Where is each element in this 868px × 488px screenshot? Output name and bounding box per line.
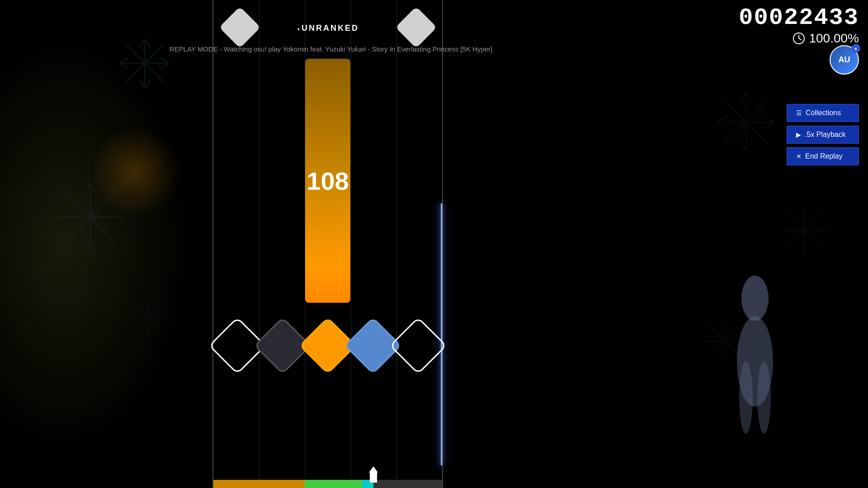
score-number: 00022433 bbox=[739, 5, 859, 31]
replay-text-content: REPLAY MODE - Watching osu! play Yokomin… bbox=[170, 45, 493, 53]
snowflake-icon bbox=[118, 36, 172, 92]
bottom-keys-row bbox=[213, 325, 442, 366]
progress-remaining bbox=[373, 480, 442, 488]
progress-marker bbox=[370, 473, 377, 483]
playback-icon: ▶ bbox=[796, 131, 801, 138]
svg-point-49 bbox=[741, 276, 769, 321]
svg-point-52 bbox=[757, 361, 771, 434]
svg-line-33 bbox=[717, 122, 727, 128]
lane-separator bbox=[259, 0, 259, 488]
snowflake-icon bbox=[54, 181, 127, 255]
playback-button[interactable]: ▶ .5x Playback bbox=[787, 126, 859, 144]
score-accuracy: 100.00% bbox=[739, 31, 859, 46]
svg-line-18 bbox=[83, 239, 90, 249]
svg-line-31 bbox=[746, 141, 752, 150]
unranked-text: UNRANKED bbox=[302, 23, 359, 33]
avatar-badge: ▲ bbox=[851, 44, 860, 53]
lane-separator bbox=[351, 0, 351, 488]
progress-orange bbox=[213, 480, 305, 488]
bpm-counter: 108 bbox=[307, 166, 349, 196]
svg-line-48 bbox=[799, 38, 801, 40]
svg-line-9 bbox=[120, 63, 128, 69]
avatar-text: AU bbox=[839, 55, 850, 65]
unranked-label: ✦ UNRANKED bbox=[297, 23, 359, 33]
progress-arrow bbox=[369, 466, 378, 473]
clock-icon bbox=[793, 32, 805, 45]
top-key-right bbox=[398, 9, 434, 45]
side-buttons: ☰ Collections ▶ .5x Playback ✕ End Repla… bbox=[787, 104, 859, 165]
playback-label: .5x Playback bbox=[805, 131, 846, 139]
asterisk-left: ✦ bbox=[297, 27, 302, 32]
svg-line-11 bbox=[161, 63, 169, 69]
svg-line-28 bbox=[740, 94, 746, 103]
character-figure bbox=[732, 271, 778, 452]
avatar: AU ▲ bbox=[830, 45, 859, 75]
svg-line-44 bbox=[721, 319, 726, 327]
collections-label: Collections bbox=[806, 109, 841, 117]
lane-separator bbox=[396, 0, 397, 488]
svg-line-19 bbox=[90, 239, 98, 249]
svg-line-29 bbox=[746, 94, 752, 103]
key-5 bbox=[389, 317, 447, 374]
snowflake-icon bbox=[127, 294, 172, 341]
play-area: ✦ UNRANKED REPLAY MODE - Watching osu! p… bbox=[212, 0, 443, 488]
avatar-badge-icon: ▲ bbox=[854, 46, 858, 51]
svg-point-51 bbox=[739, 361, 753, 434]
progress-marker-container bbox=[369, 466, 378, 483]
snowflake-icon bbox=[714, 90, 778, 155]
snowflake-icon bbox=[778, 203, 832, 259]
svg-line-45 bbox=[726, 319, 731, 327]
replay-mode-text: REPLAY MODE - Watching osu! play Yokomin… bbox=[33, 45, 629, 53]
svg-line-10 bbox=[161, 58, 169, 63]
top-key-left bbox=[222, 9, 258, 45]
avatar-container: AU ▲ bbox=[830, 45, 859, 75]
svg-line-17 bbox=[90, 184, 98, 195]
svg-line-35 bbox=[765, 122, 774, 128]
svg-line-16 bbox=[83, 184, 90, 195]
accuracy-text: 100.00% bbox=[809, 31, 859, 46]
svg-line-32 bbox=[717, 116, 727, 122]
end-replay-icon: ✕ bbox=[796, 153, 802, 160]
svg-line-30 bbox=[740, 141, 746, 150]
collections-button[interactable]: ☰ Collections bbox=[787, 104, 859, 122]
svg-line-34 bbox=[765, 116, 774, 122]
end-replay-button[interactable]: ✕ End Replay bbox=[787, 147, 859, 165]
progress-bar bbox=[213, 480, 442, 488]
end-replay-label: End Replay bbox=[805, 152, 843, 160]
progress-green bbox=[305, 480, 362, 488]
score-display: 00022433 100.00% bbox=[739, 5, 859, 46]
long-note: 108 bbox=[305, 59, 350, 303]
svg-line-8 bbox=[120, 58, 128, 63]
collections-icon: ☰ bbox=[796, 109, 802, 117]
